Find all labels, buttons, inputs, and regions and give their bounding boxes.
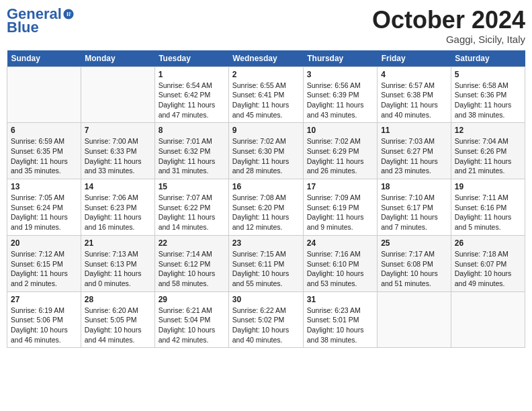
- day-number: 4: [381, 70, 447, 79]
- day-number: 1: [159, 70, 225, 79]
- weekday-header: Thursday: [303, 50, 377, 67]
- calendar-cell: 4Sunrise: 6:57 AMSunset: 6:38 PMDaylight…: [378, 66, 451, 123]
- day-number: 7: [85, 126, 151, 135]
- calendar-cell: 8Sunrise: 7:01 AMSunset: 6:32 PMDaylight…: [154, 123, 228, 179]
- weekday-header: Friday: [378, 50, 451, 67]
- calendar-cell: 6Sunrise: 6:59 AMSunset: 6:35 PMDaylight…: [7, 123, 81, 179]
- calendar-cell: 23Sunrise: 7:15 AMSunset: 6:11 PMDayligh…: [228, 235, 303, 291]
- calendar-cell: [81, 66, 154, 123]
- day-number: 18: [381, 182, 447, 191]
- month-title: October 2024: [372, 7, 525, 34]
- day-info: Sunrise: 7:15 AMSunset: 6:11 PMDaylight:…: [232, 249, 300, 289]
- day-info: Sunrise: 7:10 AMSunset: 6:17 PMDaylight:…: [381, 193, 447, 232]
- day-info: Sunrise: 6:21 AMSunset: 5:04 PMDaylight:…: [159, 306, 225, 345]
- day-info: Sunrise: 6:58 AMSunset: 6:36 PMDaylight:…: [455, 81, 521, 120]
- day-number: 28: [85, 295, 151, 304]
- day-info: Sunrise: 7:02 AMSunset: 6:29 PMDaylight:…: [307, 136, 373, 176]
- day-info: Sunrise: 7:12 AMSunset: 6:15 PMDaylight:…: [11, 249, 77, 289]
- page-header: General Blue October 2024 Gaggi, Sicily,…: [7, 7, 525, 45]
- day-info: Sunrise: 7:00 AMSunset: 6:33 PMDaylight:…: [85, 136, 151, 176]
- calendar-cell: 26Sunrise: 7:18 AMSunset: 6:07 PMDayligh…: [451, 235, 525, 291]
- weekday-header: Wednesday: [228, 50, 303, 67]
- calendar-cell: 13Sunrise: 7:05 AMSunset: 6:24 PMDayligh…: [7, 179, 81, 236]
- day-info: Sunrise: 6:54 AMSunset: 6:42 PMDaylight:…: [159, 81, 225, 120]
- calendar-cell: 3Sunrise: 6:56 AMSunset: 6:39 PMDaylight…: [303, 66, 377, 123]
- day-number: 25: [381, 238, 447, 248]
- day-info: Sunrise: 6:22 AMSunset: 5:02 PMDaylight:…: [232, 306, 300, 345]
- calendar-table: SundayMondayTuesdayWednesdayThursdayFrid…: [7, 50, 525, 349]
- calendar-cell: 21Sunrise: 7:13 AMSunset: 6:13 PMDayligh…: [81, 235, 154, 291]
- calendar-cell: 12Sunrise: 7:04 AMSunset: 6:26 PMDayligh…: [451, 123, 525, 179]
- calendar-cell: 18Sunrise: 7:10 AMSunset: 6:17 PMDayligh…: [378, 179, 451, 236]
- day-info: Sunrise: 6:57 AMSunset: 6:38 PMDaylight:…: [381, 81, 447, 120]
- calendar-cell: 17Sunrise: 7:09 AMSunset: 6:19 PMDayligh…: [303, 179, 377, 236]
- day-number: 13: [11, 182, 77, 191]
- day-info: Sunrise: 7:04 AMSunset: 6:26 PMDaylight:…: [455, 136, 521, 176]
- day-number: 30: [232, 295, 300, 304]
- day-number: 31: [307, 295, 373, 304]
- calendar-cell: 29Sunrise: 6:21 AMSunset: 5:04 PMDayligh…: [154, 291, 228, 348]
- calendar-cell: 5Sunrise: 6:58 AMSunset: 6:36 PMDaylight…: [451, 66, 525, 123]
- day-number: 21: [85, 238, 151, 248]
- calendar-week-row: 13Sunrise: 7:05 AMSunset: 6:24 PMDayligh…: [7, 179, 525, 236]
- calendar-week-row: 1Sunrise: 6:54 AMSunset: 6:42 PMDaylight…: [7, 66, 525, 123]
- logo-icon: [62, 8, 75, 20]
- weekday-header: Saturday: [451, 50, 525, 67]
- calendar-week-row: 6Sunrise: 6:59 AMSunset: 6:35 PMDaylight…: [7, 123, 525, 179]
- day-number: 2: [232, 70, 300, 79]
- calendar-cell: 7Sunrise: 7:00 AMSunset: 6:33 PMDaylight…: [81, 123, 154, 179]
- day-number: 27: [11, 295, 77, 304]
- day-info: Sunrise: 7:17 AMSunset: 6:08 PMDaylight:…: [381, 249, 447, 289]
- calendar-week-row: 20Sunrise: 7:12 AMSunset: 6:15 PMDayligh…: [7, 235, 525, 291]
- day-number: 8: [159, 126, 225, 135]
- day-number: 12: [455, 126, 521, 135]
- calendar-cell: 15Sunrise: 7:07 AMSunset: 6:22 PMDayligh…: [154, 179, 228, 236]
- calendar-cell: 30Sunrise: 6:22 AMSunset: 5:02 PMDayligh…: [228, 291, 303, 348]
- calendar-cell: 11Sunrise: 7:03 AMSunset: 6:27 PMDayligh…: [378, 123, 451, 179]
- day-number: 9: [232, 126, 300, 135]
- day-info: Sunrise: 7:14 AMSunset: 6:12 PMDaylight:…: [159, 249, 225, 289]
- calendar-cell: 25Sunrise: 7:17 AMSunset: 6:08 PMDayligh…: [378, 235, 451, 291]
- day-number: 26: [455, 238, 521, 248]
- calendar-cell: [7, 66, 81, 123]
- day-number: 22: [159, 238, 225, 248]
- calendar-cell: 1Sunrise: 6:54 AMSunset: 6:42 PMDaylight…: [154, 66, 228, 123]
- day-info: Sunrise: 6:20 AMSunset: 5:05 PMDaylight:…: [85, 306, 151, 345]
- day-number: 10: [307, 126, 373, 135]
- day-number: 29: [159, 295, 225, 304]
- calendar-cell: [378, 291, 451, 348]
- calendar-cell: 31Sunrise: 6:23 AMSunset: 5:01 PMDayligh…: [303, 291, 377, 348]
- calendar-header-row: SundayMondayTuesdayWednesdayThursdayFrid…: [7, 50, 525, 67]
- day-number: 19: [455, 182, 521, 191]
- day-number: 11: [381, 126, 447, 135]
- day-info: Sunrise: 7:05 AMSunset: 6:24 PMDaylight:…: [11, 193, 77, 232]
- location: Gaggi, Sicily, Italy: [372, 34, 525, 45]
- calendar-cell: [451, 291, 525, 348]
- day-info: Sunrise: 7:06 AMSunset: 6:23 PMDaylight:…: [85, 193, 151, 232]
- calendar-cell: 16Sunrise: 7:08 AMSunset: 6:20 PMDayligh…: [228, 179, 303, 236]
- day-info: Sunrise: 7:18 AMSunset: 6:07 PMDaylight:…: [455, 249, 521, 289]
- day-info: Sunrise: 6:23 AMSunset: 5:01 PMDaylight:…: [307, 306, 373, 345]
- calendar-week-row: 27Sunrise: 6:19 AMSunset: 5:06 PMDayligh…: [7, 291, 525, 348]
- day-info: Sunrise: 7:16 AMSunset: 6:10 PMDaylight:…: [307, 249, 373, 289]
- day-number: 20: [11, 238, 77, 248]
- calendar-cell: 20Sunrise: 7:12 AMSunset: 6:15 PMDayligh…: [7, 235, 81, 291]
- day-number: 23: [232, 238, 300, 248]
- day-number: 16: [232, 182, 300, 191]
- day-number: 24: [307, 238, 373, 248]
- calendar-cell: 19Sunrise: 7:11 AMSunset: 6:16 PMDayligh…: [451, 179, 525, 236]
- day-info: Sunrise: 7:09 AMSunset: 6:19 PMDaylight:…: [307, 193, 373, 232]
- day-info: Sunrise: 6:19 AMSunset: 5:06 PMDaylight:…: [11, 306, 77, 345]
- calendar-cell: 24Sunrise: 7:16 AMSunset: 6:10 PMDayligh…: [303, 235, 377, 291]
- calendar-cell: 9Sunrise: 7:02 AMSunset: 6:30 PMDaylight…: [228, 123, 303, 179]
- day-number: 3: [307, 70, 373, 79]
- day-number: 6: [11, 126, 77, 135]
- day-info: Sunrise: 7:11 AMSunset: 6:16 PMDaylight:…: [455, 193, 521, 232]
- day-info: Sunrise: 7:08 AMSunset: 6:20 PMDaylight:…: [232, 193, 300, 232]
- day-number: 15: [159, 182, 225, 191]
- weekday-header: Tuesday: [154, 50, 228, 67]
- day-info: Sunrise: 7:03 AMSunset: 6:27 PMDaylight:…: [381, 136, 447, 176]
- day-info: Sunrise: 6:56 AMSunset: 6:39 PMDaylight:…: [307, 81, 373, 120]
- day-info: Sunrise: 6:59 AMSunset: 6:35 PMDaylight:…: [11, 136, 77, 176]
- weekday-header: Monday: [81, 50, 154, 67]
